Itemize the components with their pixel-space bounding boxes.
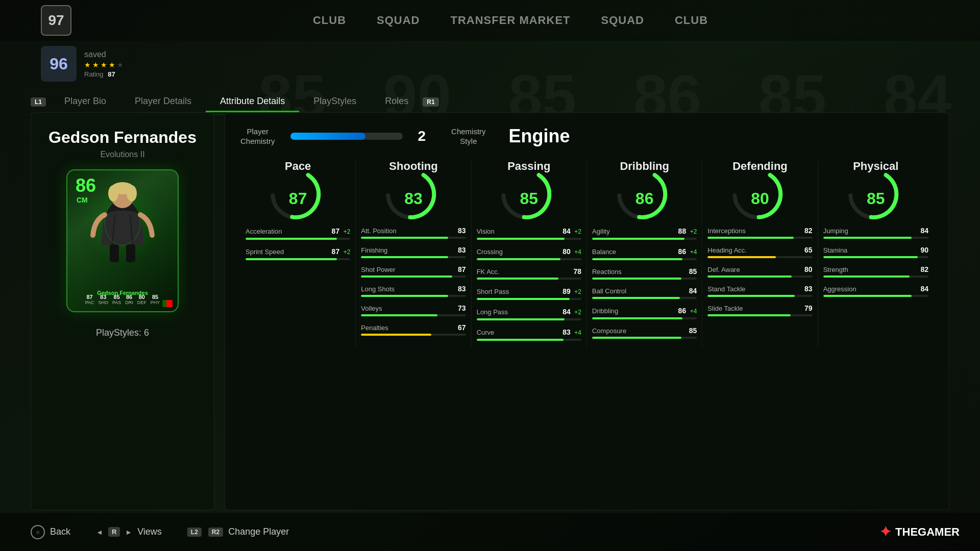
chemistry-bar-container (290, 133, 403, 140)
defending-column: Defending 80 Interceptions 82 H (702, 160, 818, 348)
vision-value: 84 (562, 227, 571, 235)
tab-attribute-details[interactable]: Attribute Details (206, 92, 299, 112)
strength-row: Strength 82 (823, 265, 928, 278)
back-button[interactable]: ○ Back (31, 525, 70, 539)
rating-row: Rating 87 (84, 70, 124, 78)
volleys-bar-fill (361, 314, 437, 316)
nav-squad-2[interactable]: Squad (601, 14, 644, 27)
shot-power-bar (361, 276, 465, 278)
nav-transfer-market[interactable]: Transfer Market (451, 14, 571, 27)
curve-value: 83 (562, 328, 571, 336)
penalties-bar (361, 334, 465, 336)
long-shots-value: 83 (458, 285, 466, 293)
crossing-bar-fill (477, 258, 560, 260)
r2-badge: R2 (208, 528, 223, 537)
stars-row: ★ ★ ★ ★ ★ (84, 61, 124, 69)
finishing-name: Finishing (361, 246, 387, 254)
watermark: ✦ THEGAMER (879, 523, 960, 540)
vision-name: Vision (477, 228, 495, 235)
shot-power-row: Shot Power 87 (361, 265, 465, 278)
ball-control-bar (592, 297, 697, 299)
crossing-value: 80 (562, 247, 571, 256)
penalties-bar-fill (361, 334, 431, 336)
tab-player-bio[interactable]: Player Bio (50, 92, 120, 112)
interceptions-bar (707, 237, 812, 239)
passing-column: Passing 85 Vision 84 +2 (472, 160, 587, 348)
physical-value: 85 (867, 189, 885, 208)
nav-rating-badge: 97 (41, 5, 71, 36)
chemistry-bar-fill (290, 133, 365, 140)
pace-acceleration-row: Acceleration 87 +2 (246, 227, 350, 240)
stamina-bar-fill (823, 256, 918, 258)
pace-acceleration-bonus: +2 (344, 228, 351, 235)
passing-gauge: 85 (477, 178, 581, 219)
star-1: ★ (84, 61, 91, 69)
tab-playstyles[interactable]: PlayStyles (299, 92, 371, 112)
views-r-badge: R (108, 527, 120, 537)
change-player-button[interactable]: L2 R2 Change Player (187, 527, 289, 537)
volleys-name: Volleys (361, 305, 382, 312)
tab-player-details[interactable]: Player Details (120, 92, 206, 112)
pace-sprint-bonus: +2 (344, 248, 351, 256)
tab-roles[interactable]: Roles (371, 92, 423, 112)
composure-row: Composure 85 (592, 327, 697, 339)
card-stat-phy-val: 85 (151, 294, 160, 300)
physical-gauge: 85 (823, 178, 928, 219)
crossing-bar (477, 258, 581, 260)
jumping-bar-fill (823, 237, 912, 239)
pace-sprint-speed-row: Sprint Speed 87 +2 (246, 247, 350, 260)
change-player-label: Change Player (228, 527, 289, 537)
chemistry-style-label: ChemistryStyle (451, 127, 486, 146)
dribbling-stat-bonus: +4 (690, 308, 697, 315)
vision-bar-fill (477, 238, 565, 240)
stand-tackle-value: 83 (804, 285, 813, 293)
short-pass-bar-fill (477, 298, 570, 300)
views-button[interactable]: ◄ R ► Views (96, 527, 162, 537)
saved-text: saved (84, 50, 124, 59)
stand-tackle-bar (707, 295, 812, 297)
agility-bar (592, 238, 697, 240)
card-rating: 86 (76, 177, 96, 195)
def-aware-bar-fill (707, 276, 791, 278)
fk-acc-row: FK Acc. 78 (477, 267, 581, 280)
nav-club-1[interactable]: Club (313, 14, 346, 27)
reactions-name: Reactions (592, 268, 622, 276)
playstyles-label: PlayStyles: 6 (96, 328, 149, 338)
pace-acceleration-name: Acceleration (246, 228, 282, 235)
nav-club-2[interactable]: Club (675, 14, 708, 27)
tab-controller-r1: R1 (423, 97, 438, 107)
agility-row: Agility 88 +2 (592, 227, 697, 240)
physical-column: Physical 85 Jumping 84 Stamina (818, 160, 934, 348)
dribbling-stat-value: 86 (678, 307, 687, 315)
dribbling-stat-bar-fill (592, 317, 682, 319)
ball-control-name: Ball Control (592, 287, 626, 295)
nav-squad-1[interactable]: Squad (377, 14, 420, 27)
long-shots-bar-fill (361, 295, 448, 297)
volleys-row: Volleys 73 (361, 304, 465, 316)
stamina-row: Stamina 90 (823, 246, 928, 258)
fk-acc-value: 78 (573, 267, 581, 276)
pace-sprint-bar-fill (246, 258, 337, 260)
long-pass-bar-fill (477, 318, 565, 320)
balance-value: 86 (678, 247, 687, 256)
stamina-name: Stamina (823, 246, 848, 254)
chemistry-style-value: Engine (509, 126, 570, 147)
interceptions-bar-fill (707, 237, 793, 239)
pace-gauge: 87 (246, 178, 350, 219)
fk-acc-bar-fill (477, 278, 558, 280)
slide-tackle-bar (707, 314, 812, 316)
pace-sprint-value: 87 (332, 247, 340, 256)
att-position-row: Att. Position 83 (361, 227, 465, 239)
slide-tackle-value: 79 (804, 304, 813, 312)
short-pass-value: 89 (562, 287, 571, 295)
pace-acceleration-bar (246, 238, 350, 240)
long-shots-name: Long Shots (361, 285, 395, 293)
balance-bar (592, 258, 697, 260)
pace-acceleration-bar-fill (246, 238, 337, 240)
strength-value: 82 (920, 265, 928, 273)
player-chemistry-label: PlayerChemistry (240, 127, 275, 146)
card-stat-dri: 86 DRI (125, 294, 133, 305)
chemistry-row: PlayerChemistry 2 ChemistryStyle Engine (240, 126, 934, 147)
composure-bar (592, 337, 697, 339)
card-stat-pac: 87 PAC (85, 294, 94, 305)
